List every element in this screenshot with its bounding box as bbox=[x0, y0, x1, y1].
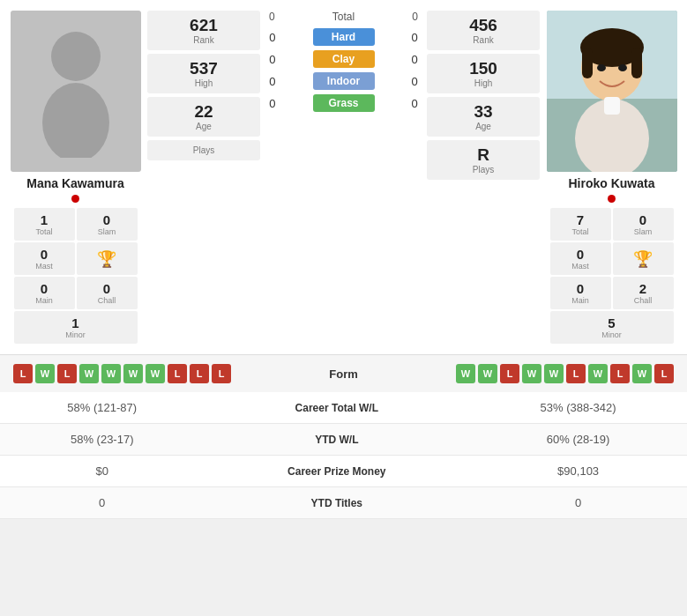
right-form-badge: W bbox=[544, 364, 564, 383]
left-mast-value: 0 bbox=[18, 247, 71, 262]
stat-left-value: 58% (121-87) bbox=[0, 392, 204, 424]
right-mast-label: Mast bbox=[554, 262, 608, 271]
stat-left-value: 0 bbox=[0, 487, 204, 519]
right-form-badge: W bbox=[632, 364, 652, 383]
left-player-avatar bbox=[11, 11, 141, 172]
left-rank-box: 621 Rank bbox=[147, 11, 260, 50]
total-label: Total bbox=[332, 11, 355, 23]
stat-label: YTD Titles bbox=[204, 487, 469, 519]
left-high-box: 537 High bbox=[147, 54, 260, 93]
left-form-badge: L bbox=[190, 364, 209, 383]
left-slam-label: Slam bbox=[80, 227, 134, 236]
silhouette-svg bbox=[36, 26, 116, 158]
right-chall-label: Chall bbox=[616, 296, 670, 305]
right-form-badge: L bbox=[654, 364, 674, 383]
svg-point-9 bbox=[597, 64, 606, 71]
right-slam-value: 0 bbox=[616, 212, 670, 227]
total-right-score: 0 bbox=[412, 11, 418, 23]
left-stats-grid: 1 Total 0 Slam 0 Mast 🏆 0 Main bbox=[14, 208, 138, 344]
left-trophy-icon: 🏆 bbox=[97, 249, 116, 269]
left-minor-cell: 1 Minor bbox=[14, 311, 138, 344]
right-age-label: Age bbox=[436, 122, 531, 131]
svg-rect-7 bbox=[582, 48, 593, 78]
grass-badge: Grass bbox=[313, 94, 375, 112]
right-slam-cell: 0 Slam bbox=[613, 208, 674, 241]
right-slam-label: Slam bbox=[616, 227, 670, 236]
svg-point-1 bbox=[42, 83, 109, 158]
player-comparison: Mana Kawamura 1 Total 0 Slam 0 Mast 🏆 bbox=[0, 0, 687, 354]
right-mast-value: 0 bbox=[554, 247, 608, 262]
clay-left-score: 0 bbox=[265, 53, 280, 66]
hard-row: 0 Hard 0 bbox=[265, 28, 422, 46]
right-total-value: 7 bbox=[554, 212, 608, 227]
left-form: LWLWWWWLLL bbox=[13, 364, 309, 383]
right-minor-label: Minor bbox=[554, 330, 670, 339]
left-player-name: Mana Kawamura bbox=[26, 176, 123, 190]
left-minor-label: Minor bbox=[18, 330, 134, 339]
right-age-box: 33 Age bbox=[427, 97, 540, 137]
right-form-badge: L bbox=[610, 364, 630, 383]
right-main-value: 0 bbox=[554, 281, 608, 296]
left-form-badge: L bbox=[212, 364, 231, 383]
stat-right-value: $90,103 bbox=[469, 456, 687, 487]
left-form-badge: W bbox=[123, 364, 143, 383]
left-avatar-silhouette bbox=[11, 11, 141, 172]
right-form: WWLWWLWLWL bbox=[379, 364, 675, 383]
left-form-badge: W bbox=[35, 364, 55, 383]
left-form-badge: W bbox=[79, 364, 99, 383]
right-trophy-icon: 🏆 bbox=[633, 249, 653, 269]
left-main-label: Main bbox=[18, 296, 71, 305]
left-trophy-cell: 🏆 bbox=[77, 242, 138, 275]
left-chall-value: 0 bbox=[80, 281, 134, 296]
left-total-cell: 1 Total bbox=[14, 208, 75, 241]
hard-badge: Hard bbox=[313, 28, 375, 46]
right-total-cell: 7 Total bbox=[550, 208, 611, 241]
left-high-label: High bbox=[156, 78, 251, 88]
indoor-row: 0 Indoor 0 bbox=[265, 72, 422, 90]
left-age-box: 22 Age bbox=[147, 97, 260, 137]
left-form-badge: W bbox=[101, 364, 121, 383]
form-label: Form bbox=[309, 367, 379, 381]
right-form-badge: W bbox=[478, 364, 497, 383]
stats-row: $0 Career Prize Money $90,103 bbox=[0, 456, 687, 487]
right-form-badge: W bbox=[522, 364, 541, 383]
left-chall-cell: 0 Chall bbox=[77, 277, 138, 309]
left-form-badge: W bbox=[146, 364, 165, 383]
center-panel: 621 Rank 537 High 22 Age Plays bbox=[147, 11, 540, 344]
right-player-avatar bbox=[547, 11, 677, 172]
indoor-right-score: 0 bbox=[407, 75, 422, 88]
right-high-box: 150 High bbox=[427, 54, 540, 93]
right-minor-cell: 5 Minor bbox=[550, 311, 674, 344]
right-minor-value: 5 bbox=[554, 315, 670, 330]
stat-label: Career Total W/L bbox=[204, 392, 469, 424]
right-main-cell: 0 Main bbox=[550, 277, 611, 309]
right-trophy-cell: 🏆 bbox=[613, 242, 674, 275]
grass-right-score: 0 bbox=[407, 97, 422, 110]
svg-rect-8 bbox=[631, 48, 642, 78]
left-mast-cell: 0 Mast bbox=[14, 242, 75, 275]
svg-point-0 bbox=[51, 32, 101, 81]
right-rank-label: Rank bbox=[436, 35, 531, 45]
right-stats-grid: 7 Total 0 Slam 0 Mast 🏆 0 Main bbox=[550, 208, 674, 344]
left-form-badge: L bbox=[168, 364, 187, 383]
surface-section: 0 Total 0 0 Hard 0 0 Clay 0 bbox=[265, 11, 422, 183]
stats-table: 58% (121-87) Career Total W/L 53% (388-3… bbox=[0, 392, 687, 519]
stat-left-value: $0 bbox=[0, 456, 204, 487]
form-section: LWLWWWWLLL Form WWLWWLWLWL bbox=[0, 354, 687, 392]
right-player-name: Hiroko Kuwata bbox=[568, 176, 654, 190]
hard-left-score: 0 bbox=[265, 31, 280, 44]
left-total-value: 1 bbox=[18, 212, 71, 227]
right-rank-box: 456 Rank bbox=[427, 11, 540, 50]
right-high-value: 150 bbox=[436, 59, 531, 78]
stat-right-value: 53% (388-342) bbox=[469, 392, 687, 424]
left-age-label: Age bbox=[156, 122, 251, 131]
left-age-value: 22 bbox=[156, 102, 251, 122]
center-right-stats: 456 Rank 150 High 33 Age R Plays bbox=[427, 11, 540, 183]
left-mast-label: Mast bbox=[18, 262, 71, 271]
left-minor-value: 1 bbox=[18, 315, 134, 330]
right-form-badge: W bbox=[588, 364, 608, 383]
stat-left-value: 58% (23-17) bbox=[0, 424, 204, 456]
left-slam-cell: 0 Slam bbox=[77, 208, 138, 241]
right-plays-value: R bbox=[436, 145, 531, 165]
stats-row: 58% (121-87) Career Total W/L 53% (388-3… bbox=[0, 392, 687, 424]
